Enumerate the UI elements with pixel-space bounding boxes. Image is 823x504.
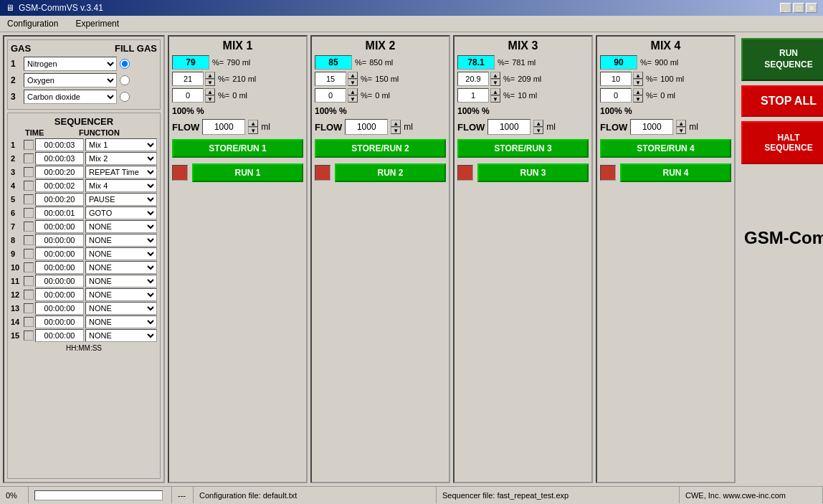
seq-time-12[interactable]	[35, 288, 84, 301]
seq-row-num-6: 6	[11, 209, 22, 217]
mix-1-flow-input[interactable]	[202, 119, 245, 135]
run-sequence-button[interactable]: RUN SEQUENCE	[741, 38, 823, 81]
halt-sequence-button[interactable]: HALT SEQUENCE	[741, 121, 823, 164]
mix-2-spin-dn-2[interactable]: ▼	[348, 95, 358, 103]
seq-func-15[interactable]: NONE Mix 1Mix 2Mix 3Mix 4 NONEPAUSEGOTOR…	[85, 329, 157, 342]
seq-time-6[interactable]	[35, 206, 84, 219]
mix-1-spinner-2[interactable]	[172, 88, 204, 103]
menu-configuration[interactable]: Configuration	[3, 17, 62, 30]
mix-2-flow-up[interactable]: ▲	[391, 120, 401, 127]
run-4-button[interactable]: RUN 4	[620, 163, 731, 182]
store-run-4-button[interactable]: STORE/RUN 4	[600, 139, 731, 158]
seq-func-9[interactable]: NONE Mix 1Mix 2Mix 3Mix 4 NONEPAUSEGOTOR…	[85, 247, 157, 260]
seq-time-10[interactable]	[35, 261, 84, 274]
mix-3-spin-up-1[interactable]: ▲	[490, 72, 500, 79]
seq-func-10[interactable]: NONE Mix 1Mix 2Mix 3Mix 4 NONEPAUSEGOTOR…	[85, 261, 157, 274]
seq-time-15[interactable]	[35, 329, 84, 342]
seq-func-1[interactable]: Mix 1 Mix 1Mix 2Mix 3Mix 4 NONEPAUSEGOTO…	[85, 138, 157, 151]
gas-select-3[interactable]: Carbon dioxideNitrogenOxygen	[24, 90, 117, 104]
mix-3-flow-input[interactable]	[487, 119, 531, 135]
seq-func-14[interactable]: NONE Mix 1Mix 2Mix 3Mix 4 NONEPAUSEGOTOR…	[85, 315, 157, 328]
seq-time-5[interactable]	[35, 193, 84, 206]
mix-3-spin-dn-1[interactable]: ▼	[490, 79, 500, 86]
seq-time-13[interactable]	[35, 302, 84, 315]
seq-func-8[interactable]: NONE Mix 1Mix 2Mix 3Mix 4 NONEPAUSEGOTOR…	[85, 234, 157, 247]
fill-gas-radio-1[interactable]	[120, 59, 130, 69]
gas-num-3: 3	[11, 92, 21, 102]
mix-4-flow-dn[interactable]: ▼	[676, 127, 686, 134]
mix-1-flow-up[interactable]: ▲	[248, 120, 258, 127]
store-run-3-button[interactable]: STORE/RUN 3	[457, 139, 589, 158]
run-2-button[interactable]: RUN 2	[335, 163, 446, 182]
mix-4-spin-dn-2[interactable]: ▼	[633, 95, 643, 103]
mix-1-flow-label: FLOW	[172, 122, 199, 133]
seq-func-4[interactable]: Mix 4 Mix 1Mix 2Mix 3Mix 4 NONEPAUSEGOTO…	[85, 179, 157, 192]
mix-2-flow-row: FLOW ▲▼ ml	[315, 119, 446, 135]
mix-1-row-1: 79 %= 790 ml	[172, 55, 303, 70]
mix-3-spinner-2[interactable]	[457, 88, 489, 103]
gas-row-2: 2 OxygenNitrogenCarbon dioxide	[11, 73, 157, 87]
mix-2-flow-input[interactable]	[345, 119, 388, 135]
mix-4-flow-input[interactable]	[630, 119, 673, 135]
mix-2-spin-up-2[interactable]: ▲	[348, 88, 358, 95]
seq-time-8[interactable]	[35, 234, 84, 247]
mix-3-flow-dn[interactable]: ▼	[533, 127, 543, 134]
mix-4-flow-up[interactable]: ▲	[676, 120, 686, 127]
maximize-button[interactable]: □	[793, 3, 804, 13]
mix-1-flow-dn[interactable]: ▼	[248, 127, 258, 134]
mix-3-row-2: ▲▼ %= 209 ml	[457, 72, 589, 86]
mix-4-spin-up-1[interactable]: ▲	[633, 72, 643, 79]
mix-3-spinner-1[interactable]	[457, 72, 489, 86]
seq-func-5[interactable]: PAUSE Mix 1Mix 2Mix 3Mix 4 NONEPAUSEGOTO…	[85, 193, 157, 206]
mix-1-spin-dn-2[interactable]: ▼	[205, 95, 215, 103]
seq-time-4[interactable]	[35, 179, 84, 192]
seq-time-2[interactable]	[35, 152, 84, 165]
fill-gas-radio-2[interactable]	[120, 75, 130, 85]
seq-func-3[interactable]: REPEAT Time Mix 1Mix 2Mix 3Mix 4 NONEPAU…	[85, 166, 157, 179]
stop-all-button[interactable]: STOP ALL	[741, 85, 823, 117]
seq-time-14[interactable]	[35, 315, 84, 328]
app-title: GSM-CommVS for GSM-3 Gas Mixer	[744, 228, 823, 248]
mix-3-spin-dn-2[interactable]: ▼	[490, 95, 500, 103]
mix-4-spinner-2[interactable]	[600, 88, 632, 103]
mix-1-spin-up-2[interactable]: ▲	[205, 88, 215, 95]
seq-row-10: 10 NONE Mix 1Mix 2Mix 3Mix 4 NONEPAUSEGO…	[11, 261, 157, 274]
mix-2-flow-dn[interactable]: ▼	[391, 127, 401, 134]
seq-time-11[interactable]	[35, 275, 84, 287]
seq-time-9[interactable]	[35, 247, 84, 260]
close-button[interactable]: ✕	[806, 3, 817, 13]
mix-1-spinner-1[interactable]	[172, 72, 204, 86]
seq-func-6[interactable]: GOTO Mix 1Mix 2Mix 3Mix 4 NONEPAUSEGOTOR…	[85, 206, 157, 219]
seq-row-7: 7 NONE Mix 1Mix 2Mix 3Mix 4 NONEPAUSEGOT…	[11, 220, 157, 233]
mix-4-spin-dn-1[interactable]: ▼	[633, 79, 643, 86]
mix-2-spinner-1[interactable]	[315, 72, 346, 86]
window-controls[interactable]: _ □ ✕	[780, 3, 817, 13]
minimize-button[interactable]: _	[780, 3, 791, 13]
seq-func-12[interactable]: NONE Mix 1Mix 2Mix 3Mix 4 NONEPAUSEGOTOR…	[85, 288, 157, 301]
seq-time-3[interactable]	[35, 166, 84, 179]
run-3-button[interactable]: RUN 3	[477, 163, 589, 182]
mix-2-spinner-2[interactable]	[315, 88, 346, 103]
seq-func-7[interactable]: NONE Mix 1Mix 2Mix 3Mix 4 NONEPAUSEGOTOR…	[85, 220, 157, 233]
mix-4-spin-up-2[interactable]: ▲	[633, 88, 643, 95]
seq-func-2[interactable]: Mix 2 Mix 1Mix 2Mix 3Mix 4 NONEPAUSEGOTO…	[85, 152, 157, 165]
mix-3-flow-up[interactable]: ▲	[533, 120, 543, 127]
run-1-button[interactable]: RUN 1	[192, 163, 303, 182]
seq-func-13[interactable]: NONE Mix 1Mix 2Mix 3Mix 4 NONEPAUSEGOTOR…	[85, 302, 157, 315]
seq-time-7[interactable]	[35, 220, 84, 233]
gas-select-2[interactable]: OxygenNitrogenCarbon dioxide	[24, 73, 117, 87]
seq-func-11[interactable]: NONE Mix 1Mix 2Mix 3Mix 4 NONEPAUSEGOTOR…	[85, 275, 157, 287]
store-run-1-button[interactable]: STORE/RUN 1	[172, 139, 303, 158]
mix-4-spinner-1[interactable]	[600, 72, 632, 86]
mix-1-spin-up-1[interactable]: ▲	[205, 72, 215, 79]
store-run-2-button[interactable]: STORE/RUN 2	[315, 139, 446, 158]
mix-2-spin-dn-1[interactable]: ▼	[348, 79, 358, 86]
mix-2-spin-up-1[interactable]: ▲	[348, 72, 358, 79]
menu-experiment[interactable]: Experiment	[71, 17, 123, 30]
mix-3-spin-up-2[interactable]: ▲	[490, 88, 500, 95]
mix-1-pct-1: %=	[218, 75, 229, 83]
mix-1-spin-dn-1[interactable]: ▼	[205, 79, 215, 86]
gas-select-1[interactable]: NitrogenOxygenCarbon dioxide	[24, 57, 117, 71]
fill-gas-radio-3[interactable]	[120, 92, 130, 102]
seq-time-1[interactable]	[35, 138, 84, 151]
